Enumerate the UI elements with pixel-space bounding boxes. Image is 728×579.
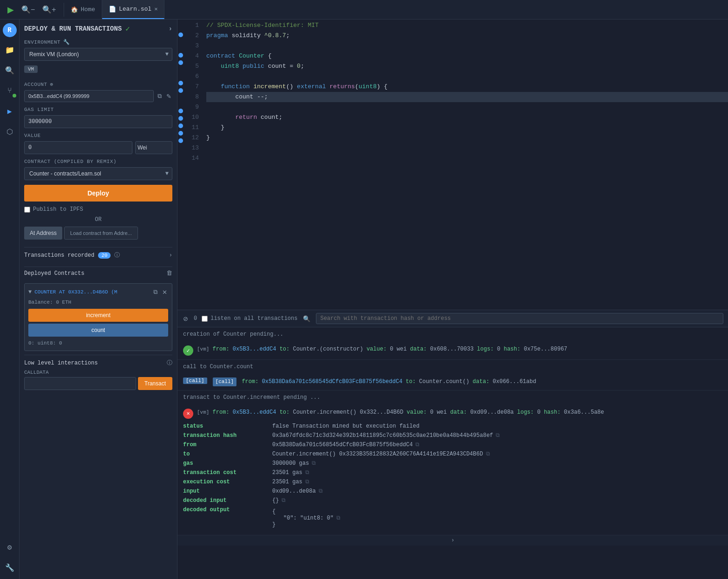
- listen-checkbox-row: listen on all transactions: [202, 315, 297, 322]
- breakpoint-11[interactable]: [178, 116, 183, 121]
- environment-select[interactable]: Remix VM (London): [24, 48, 172, 61]
- contract-item-header: ▼ COUNTER AT 0X332...D4B6D (M ⧉ ✕: [28, 287, 168, 297]
- git-status-indicator: [13, 94, 16, 98]
- gas-limit-input[interactable]: [24, 115, 172, 128]
- tab-learn-sol[interactable]: 📄 Learn.sol ✕: [102, 0, 164, 19]
- sidebar-icon-git[interactable]: ⑂: [2, 84, 17, 98]
- sidebar-icon-tools[interactable]: 🔧: [2, 560, 17, 575]
- search-icon-btn[interactable]: 🔍: [302, 314, 311, 323]
- low-level-info-icon[interactable]: ⓘ: [167, 359, 172, 367]
- detail-from-row: from 0x5B38Da6a701c568545dCfcB03FcB875f5…: [183, 440, 722, 449]
- environment-info-icon[interactable]: 🔧: [63, 39, 70, 45]
- play-button[interactable]: ▶: [6, 3, 16, 17]
- sidebar-icon-files[interactable]: 📁: [2, 43, 17, 58]
- execcost-copy-icon[interactable]: ⧉: [305, 479, 309, 485]
- code-line-9: [206, 102, 728, 112]
- decoded-input-copy-icon[interactable]: ⧉: [282, 497, 286, 504]
- unit-select[interactable]: Wei Gwei Finney Ether: [135, 141, 172, 154]
- txcost-copy-icon[interactable]: ⧉: [305, 469, 309, 476]
- panel-checkmark-icon: ✓: [125, 24, 130, 33]
- breakpoint-14[interactable]: [178, 138, 183, 143]
- account-row: 0x5B3...eddC4 (99.999999 ⧉ ✎: [24, 90, 172, 102]
- detail-decoded-input-row: decoded input {} ⧉: [183, 496, 722, 505]
- count-button[interactable]: count: [28, 324, 168, 337]
- detail-decoded-output-val: { "0": "uint8: 0" } ⧉: [272, 507, 341, 530]
- code-line-7: function increment() external returns(ui…: [206, 82, 728, 92]
- at-address-button[interactable]: At Address: [24, 227, 62, 240]
- detail-execcost-row: execution cost 23501 gas ⧉: [183, 477, 722, 487]
- value-input[interactable]: [24, 141, 132, 154]
- tab-close-icon[interactable]: ✕: [154, 6, 157, 13]
- detail-status-row: status false Transaction mined but execu…: [183, 422, 722, 431]
- increment-button[interactable]: increment: [28, 309, 168, 322]
- call-bracket-label: [call]: [213, 377, 237, 386]
- sidebar-icon-deploy[interactable]: ▶: [2, 104, 17, 119]
- code-editor[interactable]: // SPDX-License-Identifier: MIT pragma s…: [203, 20, 728, 310]
- gas-copy-icon[interactable]: ⧉: [312, 460, 316, 467]
- trash-icon[interactable]: 🗑: [166, 270, 172, 277]
- detail-decoded-output-row: decoded output { "0": "uint8: 0" } ⧉: [183, 505, 722, 531]
- txhash-copy-icon[interactable]: ⧉: [496, 432, 500, 439]
- account-copy-button[interactable]: ⧉: [157, 91, 163, 101]
- sidebar-icon-settings[interactable]: ⚙: [2, 540, 17, 555]
- tab-learn-sol-label: Learn.sol: [119, 6, 151, 13]
- publish-ipfs-checkbox[interactable]: [24, 207, 30, 213]
- log-entry-pending-2: transact to Counter.increment pending ..…: [177, 390, 728, 404]
- detail-input-val: 0xd09...de08a ⧉: [272, 488, 323, 494]
- call-label: [call]: [183, 377, 207, 384]
- contract-select[interactable]: Counter - contracts/Learn.sol: [24, 167, 172, 180]
- to-copy-icon[interactable]: ⧉: [486, 451, 490, 457]
- load-contract-button[interactable]: Load contract from Addre...: [64, 227, 138, 240]
- detail-execcost-val: 23501 gas ⧉: [272, 479, 309, 485]
- zoom-out-button[interactable]: 🔍−: [20, 3, 37, 16]
- log-detail-table: status false Transaction mined but execu…: [183, 422, 722, 531]
- account-edit-button[interactable]: ✎: [165, 92, 172, 101]
- sidebar-icon-search[interactable]: 🔍: [2, 63, 17, 78]
- transact-button[interactable]: Transact: [138, 377, 172, 390]
- scroll-bottom-arrow[interactable]: ›: [177, 535, 728, 546]
- contract-expand-arrow[interactable]: ▼: [28, 289, 32, 295]
- main-layout: R 📁 🔍 ⑂ ▶ ⬡ ⚙ 🔧 DEPLOY & RUN TRANSACTION…: [0, 20, 728, 579]
- breakpoint-8[interactable]: [178, 88, 183, 93]
- code-line-6: [206, 72, 728, 82]
- environment-label: ENVIRONMENT 🔧: [24, 39, 172, 45]
- breakpoint-7[interactable]: [178, 81, 183, 85]
- detail-to-row: to Counter.increment() 0x3323B358128832A…: [183, 449, 722, 459]
- listen-checkbox[interactable]: [202, 316, 208, 322]
- sidebar-icon-plugin[interactable]: ⬡: [2, 124, 17, 139]
- zoom-in-button[interactable]: 🔍+: [40, 3, 58, 16]
- breakpoint-5[interactable]: [178, 60, 183, 65]
- deployed-contracts-title: Deployed Contracts: [24, 270, 163, 277]
- input-copy-icon[interactable]: ⧉: [319, 488, 323, 494]
- decoded-output-copy-icon[interactable]: ⧉: [336, 515, 341, 521]
- detail-from-val: 0x5B38Da6a701c568545dCfcB03FcB875f56bedd…: [272, 442, 420, 448]
- code-line-8: count --;: [206, 92, 728, 102]
- breakpoint-13[interactable]: [178, 131, 183, 136]
- calldata-input[interactable]: [24, 377, 136, 390]
- pending-text-2: transact to Counter.increment pending ..…: [183, 394, 320, 401]
- call-detail-text: [call] from: 0x5B38Da6a701c568545dCfcB03…: [213, 377, 537, 386]
- account-info-icon[interactable]: ⊕: [50, 81, 53, 87]
- account-select[interactable]: 0x5B3...eddC4 (99.999999: [24, 90, 154, 102]
- breakpoint-10[interactable]: [178, 109, 183, 113]
- deploy-button[interactable]: Deploy: [24, 185, 172, 202]
- run-controls: ▶ 🔍− 🔍+: [0, 3, 64, 17]
- editor-content: 1 2 3 4 5 6 7 8 9 10 11 12 13 14 // SPDX…: [177, 20, 728, 310]
- search-tx-input[interactable]: [316, 313, 723, 324]
- contract-copy-button[interactable]: ⧉: [152, 287, 158, 297]
- contract-close-button[interactable]: ✕: [161, 288, 168, 297]
- account-label: ACCOUNT ⊕: [24, 81, 172, 87]
- tab-home[interactable]: 🏠 Home: [64, 0, 102, 19]
- log-clear-button[interactable]: ⊘: [182, 314, 189, 323]
- transactions-info-icon[interactable]: ⓘ: [114, 251, 120, 259]
- breakpoint-2[interactable]: [178, 33, 183, 37]
- transactions-expand-arrow[interactable]: ›: [169, 252, 172, 259]
- panel-title: DEPLOY & RUN TRANSACTIONS ✓ ›: [24, 24, 172, 33]
- detail-gas-val: 3000000 gas ⧉: [272, 460, 316, 467]
- breakpoint-4[interactable]: [178, 53, 183, 58]
- decoded-output-inner: "0": "uint8: 0": [272, 515, 334, 521]
- breakpoint-12[interactable]: [178, 124, 183, 128]
- from-copy-icon[interactable]: ⧉: [415, 442, 420, 448]
- detail-input-row: input 0xd09...de08a ⧉: [183, 487, 722, 496]
- log-success-text-1: [vm] from: 0x5B3...eddC4 to: Counter.(co…: [197, 345, 567, 353]
